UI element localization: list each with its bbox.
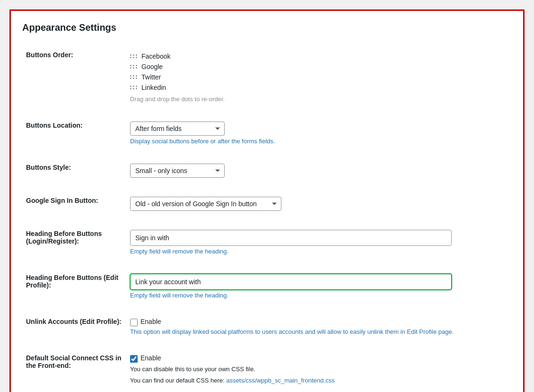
- dot: [136, 86, 137, 87]
- dot: [136, 67, 137, 69]
- default-css-label: Default Social Connect CSS in the Front-…: [22, 349, 126, 390]
- default-css-checkbox[interactable]: [130, 355, 138, 363]
- spacer: [22, 304, 512, 313]
- drag-item-google[interactable]: Google: [130, 61, 508, 72]
- unlink-accounts-description: This option will display linked social p…: [130, 328, 508, 335]
- buttons-location-label: Buttons Location:: [22, 117, 126, 149]
- default-css-checkbox-row: Enable: [130, 354, 508, 363]
- drag-item-twitter[interactable]: Twitter: [130, 72, 508, 82]
- google-signin-select-wrapper: Old - old version of Google Sign In butt…: [130, 197, 281, 211]
- spacer: [22, 149, 512, 159]
- drag-handle-twitter[interactable]: [130, 75, 138, 79]
- drag-item-label: Linkedin: [141, 84, 166, 91]
- buttons-location-value: After form fields Before form fields Dis…: [126, 117, 512, 149]
- dot: [130, 78, 131, 79]
- page-title: Appearance Settings: [22, 22, 512, 33]
- unlink-accounts-checkbox-label: Enable: [140, 318, 161, 325]
- spacer: [22, 183, 512, 192]
- drag-item-label: Twitter: [141, 73, 161, 81]
- buttons-location-select[interactable]: After form fields Before form fields: [130, 122, 225, 136]
- heading-edit-input[interactable]: [130, 274, 452, 290]
- drag-handle-facebook[interactable]: [130, 54, 138, 58]
- dot: [133, 65, 134, 66]
- dot: [136, 65, 137, 66]
- dot: [130, 65, 131, 66]
- buttons-style-label: Buttons Style:: [22, 159, 126, 183]
- drag-list: Facebook Google: [130, 51, 508, 93]
- spacer: [22, 216, 512, 225]
- google-signin-label: Google Sign In Button:: [22, 192, 126, 216]
- buttons-style-select-wrapper: Small - only icons Large with text Mediu…: [130, 164, 225, 178]
- spacer: [22, 340, 512, 349]
- heading-login-label: Heading Before Buttons (Login/Register):: [22, 225, 126, 260]
- dot: [136, 75, 137, 77]
- dot: [136, 54, 137, 56]
- heading-edit-label: Heading Before Buttons (Edit Profile):: [22, 269, 126, 304]
- dot: [136, 88, 137, 89]
- dot: [136, 78, 137, 79]
- unlink-accounts-checkbox-row: Enable: [130, 318, 508, 326]
- google-signin-value: Old - old version of Google Sign In butt…: [126, 192, 512, 216]
- buttons-order-label: Buttons Order:: [22, 46, 126, 107]
- heading-login-hint: Empty field will remove the heading.: [130, 248, 508, 255]
- dot: [133, 86, 134, 87]
- drag-handle-linkedin[interactable]: [130, 86, 138, 89]
- default-css-row: Default Social Connect CSS in the Front-…: [22, 349, 512, 390]
- buttons-style-select[interactable]: Small - only icons Large with text Mediu…: [130, 164, 225, 178]
- heading-login-row: Heading Before Buttons (Login/Register):…: [22, 225, 512, 260]
- dot: [130, 75, 131, 77]
- dot: [133, 57, 134, 58]
- dot: [133, 54, 134, 56]
- dot: [136, 57, 137, 58]
- drag-item-label: Facebook: [141, 52, 170, 60]
- css-link[interactable]: assets/css/wppb_sc_main_frontend.css: [226, 377, 334, 384]
- buttons-location-row: Buttons Location: After form fields Befo…: [22, 117, 512, 149]
- dot: [130, 54, 131, 56]
- unlink-accounts-label: Unlink Accounts (Edit Profile):: [22, 313, 126, 340]
- drag-item-label: Google: [141, 63, 163, 70]
- appearance-settings-panel: Appearance Settings Buttons Order:: [9, 9, 525, 392]
- heading-edit-hint: Empty field will remove the heading.: [130, 292, 508, 299]
- unlink-accounts-row: Unlink Accounts (Edit Profile): Enable T…: [22, 313, 512, 340]
- dot: [133, 67, 134, 69]
- buttons-order-hint: Drag and drop the dots to re-order.: [130, 96, 508, 103]
- buttons-location-hint: Display social buttons before or after t…: [130, 138, 508, 145]
- heading-edit-row: Heading Before Buttons (Edit Profile): E…: [22, 269, 512, 304]
- heading-login-input[interactable]: [130, 230, 452, 246]
- default-css-desc2: You can find our default CSS here: asset…: [130, 376, 508, 385]
- default-css-checkbox-label: Enable: [140, 354, 161, 362]
- spacer: [22, 107, 512, 117]
- drag-handle-google[interactable]: [130, 65, 138, 69]
- dot: [133, 75, 134, 77]
- unlink-accounts-value: Enable This option will display linked s…: [126, 313, 512, 340]
- heading-login-value: Empty field will remove the heading.: [126, 225, 512, 260]
- google-signin-row: Google Sign In Button: Old - old version…: [22, 192, 512, 216]
- default-css-desc1: You can disable this to use your own CSS…: [130, 365, 508, 374]
- default-css-value: Enable You can disable this to use your …: [126, 349, 512, 390]
- settings-table: Buttons Order: Facebo: [22, 46, 512, 390]
- dot: [130, 88, 131, 89]
- buttons-style-value: Small - only icons Large with text Mediu…: [126, 159, 512, 183]
- dot: [130, 57, 131, 58]
- dot: [130, 67, 131, 69]
- spacer: [22, 260, 512, 269]
- buttons-order-row: Buttons Order: Facebo: [22, 46, 512, 107]
- unlink-accounts-checkbox[interactable]: [130, 319, 138, 326]
- dot: [133, 78, 134, 79]
- dot: [130, 86, 131, 87]
- drag-item-linkedin[interactable]: Linkedin: [130, 82, 508, 93]
- heading-edit-value: Empty field will remove the heading.: [126, 269, 512, 304]
- buttons-order-value: Facebook Google: [126, 46, 512, 107]
- buttons-location-select-wrapper: After form fields Before form fields: [130, 122, 225, 136]
- google-signin-select[interactable]: Old - old version of Google Sign In butt…: [130, 197, 281, 211]
- drag-item-facebook[interactable]: Facebook: [130, 51, 508, 61]
- dot: [133, 88, 134, 89]
- buttons-style-row: Buttons Style: Small - only icons Large …: [22, 159, 512, 183]
